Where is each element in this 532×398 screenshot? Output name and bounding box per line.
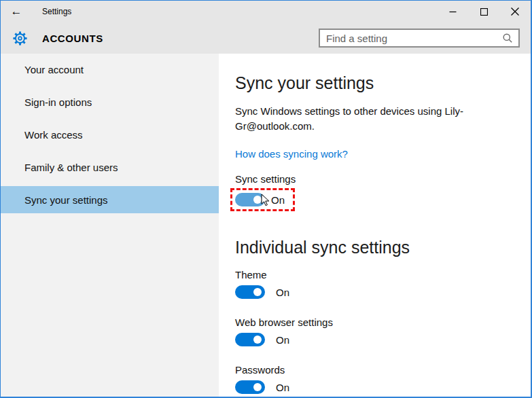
- back-arrow-icon: ←: [11, 5, 22, 18]
- sync-settings-row: On: [235, 188, 531, 211]
- sync-description: Sync Windows settings to other devices u…: [235, 104, 520, 134]
- passwords-label: Passwords: [235, 364, 531, 376]
- page-heading: Sync your settings: [235, 72, 531, 94]
- toggle-knob: [253, 336, 262, 344]
- sync-settings-label: Sync settings: [235, 173, 531, 185]
- window-title: Settings: [42, 7, 71, 16]
- toggle-knob: [253, 383, 262, 391]
- search-box[interactable]: [319, 29, 520, 48]
- passwords-row: On: [235, 380, 531, 394]
- app-header: ACCOUNTS: [1, 22, 531, 54]
- sync-settings-state: On: [271, 194, 285, 206]
- sidebar-item-sync-your-settings[interactable]: Sync your settings: [1, 186, 219, 213]
- theme-toggle[interactable]: [235, 285, 265, 299]
- gear-icon: [12, 31, 28, 46]
- red-highlight-box: On: [230, 188, 295, 211]
- page-title: ACCOUNTS: [42, 33, 103, 44]
- web-browser-settings-label: Web browser settings: [235, 316, 531, 328]
- minimize-button[interactable]: [437, 1, 468, 22]
- close-button[interactable]: [499, 1, 531, 22]
- sidebar-item-sign-in-options[interactable]: Sign-in options: [1, 88, 219, 115]
- minimize-icon: [449, 8, 457, 16]
- mouse-cursor-arrow: [261, 194, 270, 207]
- search-icon[interactable]: [502, 33, 513, 43]
- titlebar: ← Settings: [1, 1, 531, 22]
- close-icon: [511, 7, 519, 16]
- theme-label: Theme: [235, 269, 531, 281]
- sidebar-item-work-access[interactable]: Work access: [1, 121, 219, 148]
- sidebar: Your account Sign-in options Work access…: [1, 54, 219, 397]
- web-browser-settings-state: On: [276, 334, 289, 346]
- main-content: Sync your settings Sync Windows settings…: [219, 54, 531, 397]
- toggle-knob: [253, 288, 262, 296]
- search-input[interactable]: [326, 33, 502, 44]
- how-syncing-works-link[interactable]: How does syncing work?: [235, 148, 348, 160]
- section-heading: Individual sync settings: [235, 236, 531, 258]
- app-body: Your account Sign-in options Work access…: [1, 54, 531, 397]
- settings-window: ← Settings: [0, 0, 532, 398]
- passwords-state: On: [276, 382, 289, 393]
- maximize-icon: [480, 8, 488, 16]
- theme-state: On: [276, 287, 289, 298]
- theme-row: On: [235, 285, 531, 299]
- sidebar-item-family-other-users[interactable]: Family & other users: [1, 153, 219, 181]
- sidebar-item-your-account[interactable]: Your account: [1, 56, 219, 83]
- maximize-button[interactable]: [468, 1, 499, 22]
- passwords-toggle[interactable]: [235, 380, 265, 394]
- web-browser-settings-row: On: [235, 333, 531, 346]
- web-browser-settings-toggle[interactable]: [235, 333, 265, 346]
- back-button[interactable]: ←: [1, 1, 32, 22]
